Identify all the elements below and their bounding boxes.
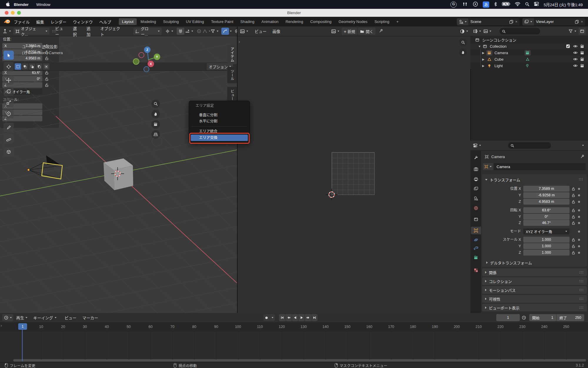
lock-icon[interactable] xyxy=(572,243,576,249)
keying-set-dropdown[interactable] xyxy=(270,314,275,321)
snap-target-selector[interactable] xyxy=(185,29,193,34)
editor-type-button[interactable] xyxy=(2,29,11,34)
new-scene-icon[interactable] xyxy=(509,20,513,24)
frame-end-field[interactable]: 終了250 xyxy=(557,314,584,321)
tool-rotate[interactable] xyxy=(4,87,14,96)
select-mode-set[interactable] xyxy=(15,63,21,70)
scene-name-field[interactable]: Scene × xyxy=(468,18,519,25)
pin-icon[interactable] xyxy=(379,29,383,34)
lock-icon[interactable] xyxy=(572,207,576,213)
tool-transform[interactable] xyxy=(4,109,14,118)
tool-select-box[interactable] xyxy=(4,51,14,60)
scene-browse-button[interactable] xyxy=(457,18,468,25)
workspace-tab-compositing[interactable]: Compositing xyxy=(307,18,335,25)
jump-to-start-button[interactable] xyxy=(279,314,285,321)
disable-render-icon[interactable] xyxy=(580,64,584,68)
object-name-input[interactable]: Camera xyxy=(494,163,586,170)
transform-orientation-selector[interactable]: グロー... xyxy=(133,28,162,35)
viewport-pan-button[interactable] xyxy=(151,110,160,118)
timeline-menu-keying[interactable]: キーイング xyxy=(30,315,59,321)
timeline-menu-playback[interactable]: 再生 xyxy=(13,315,30,321)
menu-bar-clock[interactable]: 5月24日 (火) 午後1:49 xyxy=(544,1,583,7)
properties-search-input[interactable] xyxy=(508,142,551,149)
current-frame-field[interactable]: 1 xyxy=(496,314,520,321)
hide-eye-icon[interactable] xyxy=(573,63,578,68)
spotlight-search-icon[interactable] xyxy=(525,2,529,7)
animate-dot[interactable] xyxy=(578,239,580,241)
show-gizmo-toggle[interactable] xyxy=(221,28,229,35)
animate-dot[interactable] xyxy=(578,252,580,254)
image-editor-type-button[interactable] xyxy=(240,29,248,34)
workspace-tab-sculpting[interactable]: Sculpting xyxy=(160,18,182,25)
next-keyframe-button[interactable] xyxy=(305,314,311,321)
tab-object-data[interactable] xyxy=(471,254,481,261)
macos-menu-window[interactable]: Window xyxy=(32,2,54,7)
panel-relations[interactable]: 関係 xyxy=(482,268,587,276)
animate-dot[interactable] xyxy=(578,245,580,247)
workspace-tab-animation[interactable]: Animation xyxy=(258,18,282,25)
new-image-button[interactable]: + 新規 xyxy=(342,28,357,35)
panel-collections[interactable]: コレクション xyxy=(482,277,587,285)
outliner-search-input[interactable] xyxy=(500,28,540,34)
ime-input-badge[interactable]: あ xyxy=(483,1,489,8)
menu-item-horizontal-split[interactable]: 水平に分割 xyxy=(191,118,248,125)
scale-x-field[interactable]: 1.000 xyxy=(523,237,569,243)
outliner-row-camera[interactable]: ▶ Camera xyxy=(470,49,588,56)
workspace-tab-layout[interactable]: Layout xyxy=(119,18,137,25)
snap-toggle[interactable] xyxy=(177,28,184,35)
blender-logo-icon[interactable] xyxy=(4,18,11,25)
image-browse-button[interactable] xyxy=(331,29,339,34)
properties-pin-icon[interactable] xyxy=(580,154,585,160)
select-mode-invert[interactable] xyxy=(36,63,42,70)
animate-dot[interactable] xyxy=(578,194,580,196)
outliner-filter-button[interactable] xyxy=(568,29,576,34)
outliner-display-mode-button[interactable] xyxy=(483,29,491,34)
scale-z-field[interactable]: 1.000 xyxy=(523,250,569,256)
gizmo-dropdown[interactable] xyxy=(230,31,232,32)
menu-help[interactable]: ヘルプ xyxy=(96,19,115,25)
timeline-editor-type-button[interactable] xyxy=(2,314,13,321)
frame-start-field[interactable]: 開始1 xyxy=(529,314,556,321)
timeline-ruler[interactable]: 1020304050607080901001101201301401501601… xyxy=(0,322,588,331)
now-playing-icon[interactable] xyxy=(473,1,478,8)
viewport-menu-object[interactable]: オブジェクト xyxy=(97,25,127,37)
tab-world[interactable] xyxy=(471,204,481,212)
workspace-tab-modeling[interactable]: Modeling xyxy=(137,18,159,25)
panel-viewport-display[interactable]: ビューポート表示 xyxy=(482,304,587,311)
view-layer-name-field[interactable]: ViewLayer × xyxy=(534,18,585,25)
tool-scale[interactable] xyxy=(4,98,14,107)
wifi-icon[interactable] xyxy=(515,2,520,7)
rot-x-field[interactable]: 63.6° xyxy=(523,207,569,213)
select-mode-subtract[interactable] xyxy=(29,63,35,70)
animate-dot[interactable] xyxy=(578,222,580,224)
tab-constraints[interactable] xyxy=(471,244,481,252)
cube-object[interactable] xyxy=(103,158,133,190)
workspace-tab-texture-paint[interactable]: Texture Paint xyxy=(208,18,237,25)
viewport-zoom-button[interactable] xyxy=(151,100,160,108)
disable-render-icon[interactable] xyxy=(580,57,584,62)
tab-view-layer[interactable] xyxy=(471,185,481,193)
animate-dot[interactable] xyxy=(578,188,580,190)
grammarly-status-icon[interactable]: G xyxy=(450,1,457,8)
breadcrumb-expand-icon[interactable]: › xyxy=(239,39,240,44)
animate-dot[interactable] xyxy=(578,216,580,218)
auto-keying-toggle[interactable] xyxy=(263,314,270,321)
outliner-row-light[interactable]: ▶ Light xyxy=(470,62,588,69)
rot-z-field[interactable]: 46.7° xyxy=(523,220,569,226)
show-object-types-selector[interactable] xyxy=(211,29,218,34)
tool-add-cube[interactable] xyxy=(4,147,14,157)
lock-icon[interactable] xyxy=(572,237,576,243)
workspace-tab-geometry-nodes[interactable]: Geometry Nodes xyxy=(335,18,370,25)
airpods-icon[interactable] xyxy=(462,2,467,7)
hide-eye-icon[interactable] xyxy=(573,44,578,49)
new-collection-button[interactable] xyxy=(579,28,586,35)
disable-render-icon[interactable] xyxy=(580,51,584,55)
rot-y-field[interactable]: 0° xyxy=(523,214,569,220)
rotation-mode-dropdown[interactable]: XYZ オイラー角 xyxy=(523,228,569,234)
open-image-button[interactable]: 開く xyxy=(358,28,375,35)
new-view-layer-icon[interactable] xyxy=(575,20,579,24)
menu-file[interactable]: ファイル xyxy=(11,19,33,25)
play-button[interactable] xyxy=(298,314,305,321)
tab-tool[interactable] xyxy=(471,154,481,161)
menu-item-vertical-split[interactable]: 垂直に分割 xyxy=(191,112,248,118)
